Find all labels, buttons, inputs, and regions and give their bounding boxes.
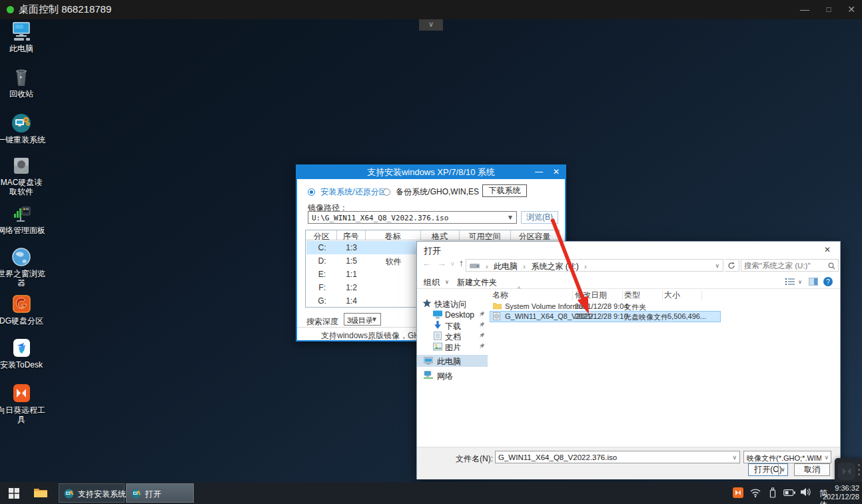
- wifi-icon[interactable]: [750, 489, 761, 497]
- tray-clock[interactable]: 9:36:32 2021/12/28: [823, 484, 859, 501]
- desktop-icon-this-pc[interactable]: 此电脑: [0, 21, 45, 53]
- file-row-iso-selected[interactable]: G_WIN11_X64_Q8_V2022... 2021/12/28 9:10 …: [490, 312, 720, 322]
- breadcrumb-folder[interactable]: 系统之家 (U:): [531, 262, 578, 271]
- desktop-icon-label: 安装ToDesk: [0, 360, 45, 370]
- sunflower-remote-icon: [10, 383, 33, 404]
- sidebar-item-network[interactable]: 网络: [417, 370, 488, 381]
- open-dialog-close-button[interactable]: ✕: [819, 244, 836, 256]
- new-folder-button[interactable]: 新建文件夹: [457, 277, 497, 288]
- col-capacity[interactable]: 分区容量: [510, 231, 559, 240]
- col-index[interactable]: 序号: [336, 231, 365, 240]
- column-header-name[interactable]: 名称 ^: [492, 290, 572, 301]
- open-split-chevron-icon[interactable]: ∨: [778, 464, 787, 475]
- open-button[interactable]: 打开(O) ∨: [748, 463, 788, 476]
- desktop-icon-dg-partition[interactable]: DG硬盘分区: [0, 294, 45, 326]
- desktop-icon-install-todesk[interactable]: 安装ToDesk: [0, 338, 45, 370]
- network-icon: [424, 371, 433, 379]
- breadcrumb-sep-icon: ›: [520, 262, 529, 270]
- toolbar-collapse-tab[interactable]: ∨: [419, 19, 443, 31]
- desktop-icon-mac-disk-reader[interactable]: MAC硬盘读取软件: [0, 155, 45, 196]
- back-icon[interactable]: ←: [422, 258, 432, 268]
- col-volume-label[interactable]: 卷标: [365, 231, 420, 240]
- usb-device-icon[interactable]: [769, 487, 777, 498]
- browse-button[interactable]: 浏览(B): [521, 211, 558, 224]
- radio-install-system[interactable]: 安装系统/还原分区: [308, 186, 387, 198]
- pin-icon: [479, 343, 485, 349]
- file-explorer-button[interactable]: [29, 482, 52, 504]
- sidebar-item-downloads[interactable]: 下载: [417, 320, 488, 332]
- image-path-combobox[interactable]: U:\G_WIN11_X64_Q8_V2022.376.iso ▼: [308, 211, 517, 224]
- sidebar-item-documents[interactable]: 文档: [417, 331, 488, 342]
- search-depth-combobox[interactable]: 3级目录 ▼: [344, 313, 381, 326]
- network-panel-icon: [10, 203, 33, 224]
- address-bar[interactable]: › 此电脑 › 系统之家 (U:) › ∨: [466, 259, 723, 272]
- col-format[interactable]: 格式: [420, 231, 459, 240]
- sidebar-quick-access[interactable]: 快速访问: [417, 298, 488, 310]
- battery-icon[interactable]: [783, 489, 795, 496]
- remote-float-widget[interactable]: [835, 458, 862, 482]
- filetype-combobox[interactable]: 映像文件(*.GHO;*.WIM;*.ESD; ∨: [743, 451, 831, 463]
- sunflower-tray-icon[interactable]: [733, 487, 743, 498]
- sidebar-label: 网络: [437, 371, 453, 382]
- breadcrumb: › 此电脑 › 系统之家 (U:) ›: [482, 261, 590, 272]
- remote-title: 桌面控制 868218789: [19, 3, 111, 16]
- view-list-icon[interactable]: [785, 278, 795, 286]
- col-free-space[interactable]: 可用空间: [459, 231, 510, 240]
- sidebar-item-this-pc[interactable]: 此电脑: [417, 355, 488, 367]
- refresh-icon: [727, 262, 735, 270]
- installer-titlebar[interactable]: 支持安装windows XP/7/8/10 系统 — ✕: [296, 164, 566, 179]
- desktop-icon-one-key-reinstall[interactable]: 一键重装系统: [0, 113, 45, 144]
- desktop-icon-label: DG硬盘分区: [0, 316, 45, 326]
- open-dialog-footer: 文件名(N): ∨ 映像文件(*.GHO;*.WIM;*.ESD; ∨ 打开(O…: [417, 447, 840, 479]
- filename-combobox[interactable]: ∨: [495, 451, 740, 463]
- taskbar-task-open-dialog[interactable]: 打开: [126, 483, 194, 503]
- drive-icon: [470, 263, 480, 269]
- cell-partition: D:: [307, 256, 337, 266]
- caret-down-icon: ▼: [507, 214, 514, 221]
- pin-icon: [479, 332, 485, 338]
- refresh-button[interactable]: [725, 259, 739, 272]
- column-header-date[interactable]: 修改日期: [575, 290, 623, 301]
- search-input[interactable]: [744, 260, 824, 270]
- filename-input[interactable]: [498, 452, 725, 462]
- column-header-type[interactable]: 类型: [624, 290, 661, 301]
- filetype-chevron-icon[interactable]: ∨: [824, 454, 829, 461]
- column-header-size[interactable]: 大小: [664, 290, 701, 301]
- sidebar-item-pictures[interactable]: 图片: [417, 342, 488, 353]
- organize-menu[interactable]: 组织: [424, 277, 440, 288]
- svg-text:?: ?: [826, 278, 830, 286]
- file-row-system-volume[interactable]: System Volume Informati... 2021/12/28 9:…: [490, 302, 720, 312]
- view-chevron-icon[interactable]: ∨: [798, 279, 802, 285]
- window-minimize-button[interactable]: —: [791, 0, 818, 19]
- desktop-icon-network-panel[interactable]: 网络管理面板: [0, 203, 45, 235]
- search-box[interactable]: [741, 259, 839, 272]
- preview-pane-icon[interactable]: [809, 278, 818, 286]
- col-partition[interactable]: 分区: [306, 231, 336, 240]
- download-system-button[interactable]: 下载系统: [482, 184, 527, 197]
- help-icon[interactable]: ?: [823, 277, 833, 286]
- address-chevron-icon[interactable]: ∨: [715, 262, 719, 269]
- installer-minimize-button[interactable]: —: [530, 164, 548, 179]
- installer-close-button[interactable]: ✕: [548, 164, 565, 179]
- taskbar-task-installer[interactable]: 支持安装系统: [59, 483, 125, 503]
- desktop-icon-world-window-browser[interactable]: 世界之窗浏览器: [0, 246, 45, 288]
- volume-icon[interactable]: [801, 487, 811, 497]
- up-icon[interactable]: ↑: [459, 258, 464, 268]
- start-button[interactable]: [0, 482, 28, 504]
- document-icon: [433, 332, 442, 340]
- history-chevron-icon[interactable]: ∨: [450, 260, 455, 267]
- breadcrumb-sep-icon: ›: [581, 262, 590, 270]
- window-close-button[interactable]: ✕: [838, 0, 862, 19]
- desktop-icon-recycle-bin[interactable]: 回收站: [0, 67, 45, 99]
- forward-icon[interactable]: →: [437, 258, 446, 268]
- one-key-reinstall-icon: [131, 488, 142, 499]
- filename-chevron-icon[interactable]: ∨: [732, 454, 737, 461]
- breadcrumb-this-pc[interactable]: 此电脑: [494, 262, 518, 271]
- radio-backup-system[interactable]: 备份系统/GHO,WIN,ES: [383, 186, 479, 198]
- desktop-icon-label: 回收站: [0, 89, 45, 99]
- desktop-icon-sunflower-remote[interactable]: 向日葵远程工具: [0, 383, 45, 424]
- cancel-button[interactable]: 取消: [794, 463, 830, 476]
- image-path-value: U:\G_WIN11_X64_Q8_V2022.376.iso: [312, 214, 448, 222]
- sidebar-item-desktop[interactable]: Desktop: [417, 310, 488, 321]
- sidebar-label: 图片: [445, 342, 461, 354]
